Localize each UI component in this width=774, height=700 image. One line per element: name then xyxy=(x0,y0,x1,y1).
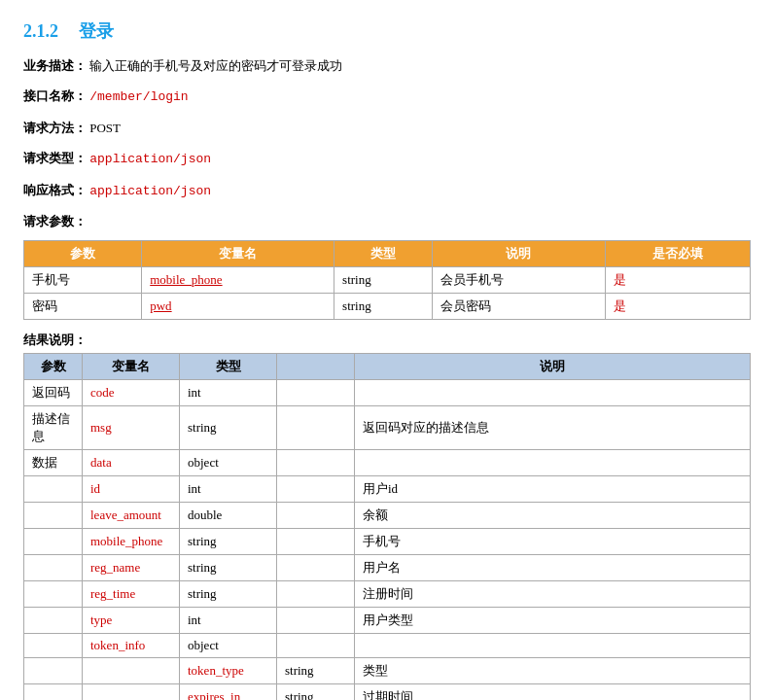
varname-cell: reg_name xyxy=(83,555,180,581)
varname-cell: msg xyxy=(83,406,180,450)
list-item: 描述信息 msg string 返回码对应的描述信息 xyxy=(24,406,751,450)
result-table: 参数 变量名 类型 说明 返回码 code int 描述信息 msg strin… xyxy=(23,353,751,700)
varname-cell: code xyxy=(83,380,180,406)
section-number: 2.1.2 xyxy=(23,21,58,41)
varname-cell: leave_amount xyxy=(83,503,180,529)
type-varname-cell: expires_in xyxy=(180,684,277,700)
section-title: 2.1.2 登录 xyxy=(23,19,751,43)
desc-cell: 会员手机号 xyxy=(433,267,606,294)
param-cell xyxy=(24,684,83,700)
table-row: 密码 pwd string 会员密码 是 xyxy=(24,294,751,320)
param-cell: 描述信息 xyxy=(24,406,83,450)
desc-cell: 手机号 xyxy=(355,529,751,555)
business-desc-value: 输入正确的手机号及对应的密码才可登录成功 xyxy=(89,58,342,73)
desc-cell xyxy=(355,380,751,406)
desc-cell: 用户id xyxy=(355,476,751,503)
desc-cell: 注册时间 xyxy=(355,581,751,608)
param-cell: 手机号 xyxy=(24,267,142,294)
result-label: 结果说明： xyxy=(23,332,751,349)
req-type: 请求类型： application/json xyxy=(23,147,751,170)
varname-cell: pwd xyxy=(142,294,334,320)
list-item: mobile_phone string 手机号 xyxy=(24,529,751,555)
required-cell: 是 xyxy=(605,267,750,294)
desc-cell: 余额 xyxy=(355,503,751,529)
req-type-value: application/json xyxy=(89,152,211,166)
desc-cell: 用户名 xyxy=(355,555,751,581)
list-item: leave_amount double 余额 xyxy=(24,503,751,529)
desc-cell xyxy=(355,634,751,658)
res-format-label: 响应格式： xyxy=(23,183,87,197)
list-item: token_info object xyxy=(24,634,751,658)
req-col-required: 是否必填 xyxy=(605,241,750,267)
varname-cell xyxy=(83,684,180,700)
req-col-param: 参数 xyxy=(24,241,142,267)
res-col-sub xyxy=(277,354,355,380)
varname-cell: reg_time xyxy=(83,581,180,608)
param-cell xyxy=(24,503,83,529)
desc-cell xyxy=(355,450,751,476)
param-cell xyxy=(24,581,83,608)
param-cell xyxy=(24,634,83,658)
type-cell: string xyxy=(180,406,277,450)
sub-cell xyxy=(277,529,355,555)
param-cell xyxy=(24,555,83,581)
list-item: id int 用户id xyxy=(24,476,751,503)
req-table-header-row: 参数 变量名 类型 说明 是否必填 xyxy=(24,241,751,267)
varname-cell: mobile_phone xyxy=(83,529,180,555)
list-item: type int 用户类型 xyxy=(24,608,751,634)
business-desc: 业务描述： 输入正确的手机号及对应的密码才可登录成功 xyxy=(23,54,751,77)
type-cell: int xyxy=(180,476,277,503)
res-format: 响应格式： application/json xyxy=(23,179,751,202)
table-row: 手机号 mobile_phone string 会员手机号 是 xyxy=(24,267,751,294)
type-cell: int xyxy=(180,380,277,406)
type-cell: string xyxy=(334,294,433,320)
api-name: 接口名称： /member/login xyxy=(23,85,751,108)
req-col-desc: 说明 xyxy=(433,241,606,267)
type-cell: int xyxy=(180,608,277,634)
sub-cell xyxy=(277,450,355,476)
varname-cell: type xyxy=(83,608,180,634)
desc-cell: 用户类型 xyxy=(355,608,751,634)
sub-cell xyxy=(277,634,355,658)
list-item: 返回码 code int xyxy=(24,380,751,406)
type-cell: double xyxy=(180,503,277,529)
api-name-value: /member/login xyxy=(89,89,188,104)
param-cell xyxy=(24,608,83,634)
res-format-value: application/json xyxy=(89,184,211,198)
required-cell: 是 xyxy=(605,294,750,320)
res-col-varname: 变量名 xyxy=(83,354,180,380)
req-type-label: 请求类型： xyxy=(23,151,87,165)
list-item: reg_time string 注册时间 xyxy=(24,581,751,608)
type-cell: string xyxy=(180,555,277,581)
varname-cell: token_info xyxy=(83,634,180,658)
param-cell: 数据 xyxy=(24,450,83,476)
desc-cell: 过期时间 xyxy=(355,684,751,700)
sub-cell xyxy=(277,555,355,581)
section-name: 登录 xyxy=(79,21,114,41)
sub-cell: string xyxy=(277,658,355,684)
list-item: reg_name string 用户名 xyxy=(24,555,751,581)
sub-cell xyxy=(277,581,355,608)
sub-cell: string xyxy=(277,684,355,700)
sub-cell xyxy=(277,503,355,529)
param-cell: 密码 xyxy=(24,294,142,320)
desc-cell: 返回码对应的描述信息 xyxy=(355,406,751,450)
param-cell xyxy=(24,476,83,503)
sub-cell xyxy=(277,476,355,503)
api-name-label: 接口名称： xyxy=(23,88,87,103)
method-label: 请求方法： xyxy=(23,121,87,135)
request-params-table: 参数 变量名 类型 说明 是否必填 手机号 mobile_phone strin… xyxy=(23,240,751,320)
business-desc-label: 业务描述： xyxy=(23,58,87,73)
list-item: expires_in string 过期时间 xyxy=(24,684,751,700)
desc-cell: 类型 xyxy=(355,658,751,684)
type-cell: string xyxy=(180,529,277,555)
method-value: POST xyxy=(89,121,121,135)
varname-cell xyxy=(83,658,180,684)
sub-cell xyxy=(277,608,355,634)
sub-cell xyxy=(277,406,355,450)
varname-cell: mobile_phone xyxy=(142,267,334,294)
param-cell xyxy=(24,658,83,684)
res-table-header-row: 参数 变量名 类型 说明 xyxy=(24,354,751,380)
res-col-type: 类型 xyxy=(180,354,277,380)
req-col-varname: 变量名 xyxy=(142,241,334,267)
